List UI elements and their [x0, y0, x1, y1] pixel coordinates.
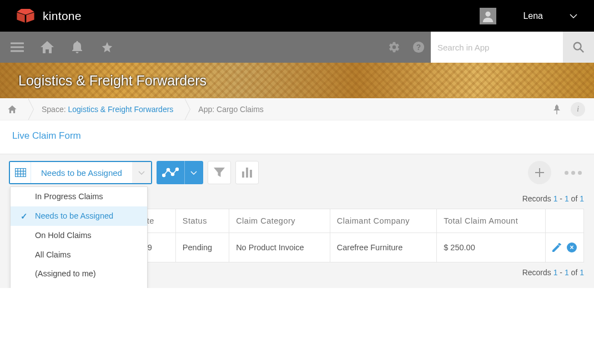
- breadcrumb-home[interactable]: [0, 98, 28, 120]
- home-button[interactable]: [35, 32, 59, 63]
- graph-view-button[interactable]: [157, 161, 203, 184]
- toolbar: Needs to be Assigned In Progress Claims✓…: [0, 154, 594, 191]
- view-title-link[interactable]: Live Claim Form: [12, 130, 81, 141]
- funnel-icon: [213, 167, 225, 178]
- breadcrumb-space-link[interactable]: Logistics & Freight Forwarders: [68, 105, 173, 114]
- col-total-claim-amount[interactable]: Total Claim Amount: [437, 209, 546, 233]
- view-option[interactable]: Assigned Claims: [11, 284, 147, 288]
- svg-rect-26: [246, 168, 248, 178]
- add-record-button[interactable]: [528, 161, 551, 184]
- breadcrumb: Space: Logistics & Freight Forwarders Ap…: [0, 98, 594, 120]
- svg-line-22: [164, 171, 167, 174]
- top-bar: kintone Lena: [0, 0, 594, 32]
- breadcrumb-app: App: Cargo Claims: [184, 98, 275, 120]
- menu-button[interactable]: [5, 32, 29, 63]
- notifications-button[interactable]: [65, 32, 89, 63]
- svg-rect-25: [242, 171, 244, 178]
- view-option[interactable]: On Hold Claims: [11, 226, 147, 245]
- svg-line-10: [580, 49, 583, 52]
- cell-status: Pending: [175, 233, 229, 262]
- view-option[interactable]: (Assigned to me): [11, 264, 147, 284]
- info-button[interactable]: i: [571, 102, 585, 117]
- view-option[interactable]: ✓Needs to be Assigned: [11, 206, 147, 226]
- dot-icon: [565, 171, 568, 175]
- view-selector-label: Needs to be Assigned: [31, 162, 132, 183]
- breadcrumb-space: Space: Logistics & Freight Forwarders: [28, 98, 184, 120]
- search-input[interactable]: [431, 32, 563, 63]
- space-banner: Logistics & Freight Forwarders: [0, 63, 594, 98]
- svg-line-23: [169, 171, 172, 174]
- filter-button[interactable]: [208, 161, 231, 184]
- favorites-button[interactable]: [95, 32, 119, 63]
- brand-name: kintone: [43, 9, 82, 23]
- chevron-down-icon: [184, 161, 203, 184]
- view-option-label: All Claims: [35, 250, 71, 259]
- more-options-button[interactable]: [561, 168, 585, 178]
- space-title: Logistics & Freight Forwarders: [18, 73, 207, 89]
- view-option[interactable]: In Progress Claims: [11, 187, 147, 206]
- svg-text:?: ?: [416, 43, 421, 52]
- settings-button[interactable]: [382, 32, 406, 63]
- pin-icon[interactable]: [553, 104, 561, 114]
- breadcrumb-app-name: Cargo Claims: [217, 105, 264, 114]
- avatar-icon: [480, 8, 496, 24]
- view-option-label: In Progress Claims: [35, 192, 103, 201]
- chevron-down-icon: [132, 162, 151, 183]
- help-button[interactable]: ?: [406, 32, 431, 63]
- kintone-logo-icon: [17, 9, 34, 23]
- breadcrumb-app-label: App:: [198, 105, 214, 114]
- dot-icon: [578, 171, 582, 175]
- view-option-label: (Assigned to me): [35, 269, 96, 278]
- svg-line-24: [173, 170, 176, 174]
- chart-button[interactable]: [235, 161, 259, 184]
- records-label: Records: [522, 194, 553, 203]
- records-label: Records: [522, 268, 553, 277]
- delete-icon[interactable]: ×: [567, 242, 577, 252]
- records-end: 1: [565, 194, 569, 203]
- cell-category: No Product Invoice: [229, 233, 330, 262]
- plus-icon: [535, 168, 545, 178]
- bar-chart-icon: [241, 168, 253, 178]
- chevron-down-icon: [570, 14, 577, 18]
- table-view-icon: [10, 162, 31, 183]
- svg-point-18: [163, 174, 165, 177]
- view-option-label: On Hold Claims: [35, 231, 92, 240]
- records-total: 1: [580, 194, 584, 203]
- check-icon: ✓: [21, 211, 28, 222]
- records-of: of: [569, 268, 580, 277]
- username: Lena: [523, 11, 543, 21]
- dot-icon: [571, 171, 575, 175]
- nav-bar: ?: [0, 32, 594, 63]
- svg-point-9: [574, 43, 581, 50]
- cell-company: Carefree Furniture: [330, 233, 436, 262]
- records-of: of: [569, 194, 580, 203]
- records-total: 1: [580, 268, 584, 277]
- graph-icon: [157, 161, 184, 184]
- view-option-label: Needs to be Assigned: [35, 211, 113, 220]
- records-sep: -: [557, 194, 564, 203]
- svg-point-3: [486, 11, 491, 16]
- view-option[interactable]: All Claims: [11, 245, 147, 265]
- records-end: 1: [565, 268, 569, 277]
- svg-point-19: [167, 169, 170, 171]
- col-status[interactable]: Status: [175, 209, 229, 233]
- user-menu[interactable]: Lena: [480, 8, 577, 24]
- view-dropdown: In Progress Claims✓Needs to be AssignedO…: [10, 186, 148, 288]
- svg-rect-27: [250, 170, 252, 178]
- breadcrumb-space-label: Space:: [42, 105, 66, 114]
- col-claimant-company[interactable]: Claimant Company: [330, 209, 436, 233]
- search-box: [431, 32, 594, 63]
- home-icon: [8, 105, 17, 113]
- edit-icon[interactable]: [552, 243, 561, 252]
- cell-amount: $ 250.00: [437, 233, 546, 262]
- view-title-row: Live Claim Form: [0, 120, 594, 154]
- view-selector[interactable]: Needs to be Assigned In Progress Claims✓…: [9, 161, 152, 184]
- records-sep: -: [557, 268, 564, 277]
- search-button[interactable]: [563, 32, 594, 63]
- brand[interactable]: kintone: [17, 9, 82, 23]
- col-claim-category[interactable]: Claim Category: [229, 209, 330, 233]
